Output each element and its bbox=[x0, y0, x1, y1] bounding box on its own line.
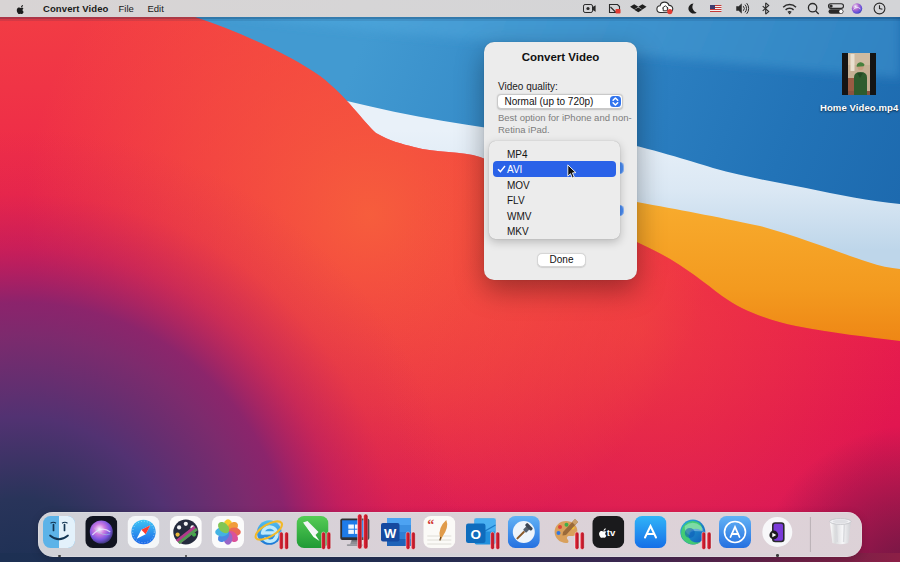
svg-text:O: O bbox=[470, 526, 481, 541]
svg-text:tv: tv bbox=[607, 526, 616, 537]
svg-text:“: “ bbox=[427, 517, 434, 532]
svg-text:W: W bbox=[384, 525, 397, 540]
